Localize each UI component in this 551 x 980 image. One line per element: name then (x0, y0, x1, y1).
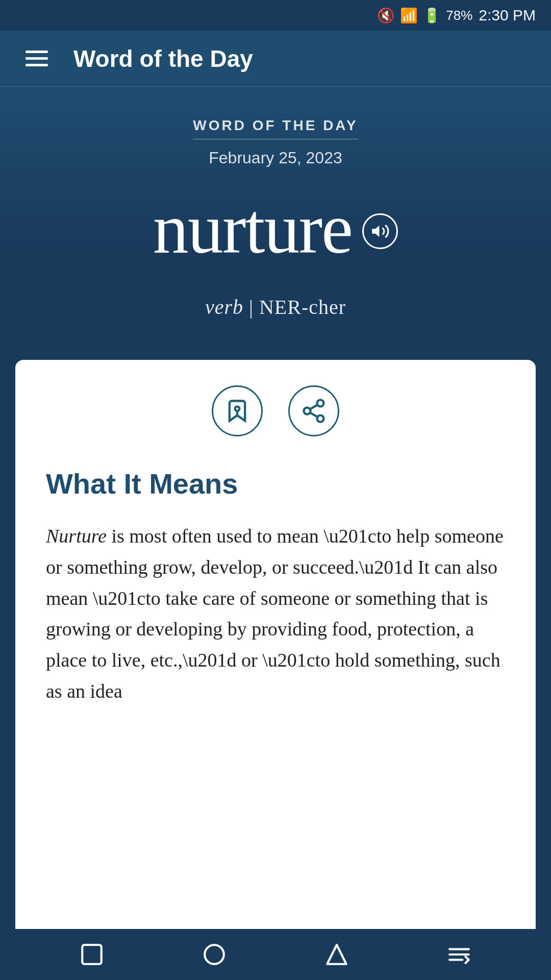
mute-icon: 🔇 (377, 7, 395, 24)
battery-percent: 78% (446, 8, 472, 23)
speaker-button[interactable] (362, 213, 398, 249)
status-icons: 🔇 📶 🔋 78% (377, 7, 472, 24)
definition-body: is most often used to mean \u201cto help… (46, 525, 504, 702)
part-of-speech: verb (205, 296, 243, 318)
definition-text: Nurture is most often used to mean \u201… (46, 521, 505, 707)
back-icon (79, 942, 105, 967)
speaker-svg (370, 222, 390, 241)
share-icon (300, 398, 327, 424)
app-bar: Word of the Day (0, 31, 551, 87)
wotd-label: WORD OF THE DAY (193, 117, 358, 139)
menu-button[interactable] (26, 51, 48, 66)
nav-recents-button[interactable] (324, 942, 349, 967)
hero-section: WORD OF THE DAY February 25, 2023 nurtur… (0, 87, 551, 360)
recents-icon (324, 942, 349, 967)
svg-rect-7 (82, 945, 102, 964)
svg-point-2 (317, 400, 324, 406)
word-container: nurture (153, 193, 398, 264)
share-button[interactable] (288, 385, 339, 436)
svg-point-8 (205, 945, 224, 964)
svg-point-4 (317, 415, 324, 422)
nav-back-button[interactable] (79, 942, 105, 967)
svg-point-3 (304, 408, 311, 414)
pronunciation: verb | NER-cher (205, 295, 346, 319)
section-title: What It Means (46, 467, 505, 500)
bookmark-icon (224, 398, 251, 424)
nav-menu-icon (446, 942, 472, 967)
wifi-icon: 📶 (400, 7, 418, 24)
card-actions (46, 385, 505, 436)
wotd-date: February 25, 2023 (209, 149, 342, 167)
svg-line-5 (310, 412, 318, 417)
save-button[interactable] (212, 385, 263, 436)
pronunciation-text: NER-cher (259, 296, 346, 318)
svg-line-6 (310, 405, 318, 409)
word-italic: Nurture (46, 525, 107, 547)
pronunciation-separator: | (249, 296, 259, 318)
home-icon (202, 942, 227, 967)
nav-home-button[interactable] (202, 942, 227, 967)
svg-marker-0 (372, 226, 379, 237)
app-title: Word of the Day (73, 45, 253, 72)
nav-bar (0, 929, 551, 980)
status-time: 2:30 PM (479, 7, 536, 24)
status-bar: 🔇 📶 🔋 78% 2:30 PM (0, 0, 551, 31)
svg-marker-9 (327, 945, 346, 964)
card-section: What It Means Nurture is most often used… (15, 360, 536, 929)
battery-icon: 🔋 (423, 7, 441, 24)
word-text: nurture (153, 193, 352, 264)
nav-menu-button[interactable] (446, 942, 472, 967)
